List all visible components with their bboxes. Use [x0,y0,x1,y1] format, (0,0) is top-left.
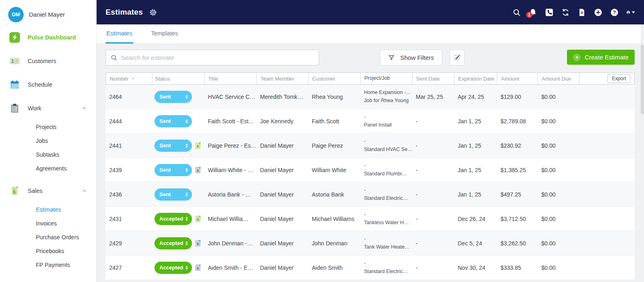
status-select[interactable]: Accepted [154,262,192,274]
sidebar-item-subtasks[interactable]: Subtasks [0,148,96,162]
table-body: 2464 Sent HVAC Service C… Meredith Tomk…… [106,85,635,280]
status-select[interactable]: Sent [154,91,192,103]
status-label: Accepted [159,240,183,246]
search-input[interactable] [121,54,314,61]
show-filters-button[interactable]: Show Filters [380,50,442,66]
sidebar-item-label: Pulse Dashboard [28,34,76,41]
settings-gear-icon[interactable] [149,8,157,17]
sidebar-item-agreements[interactable]: Agreements [0,162,96,175]
documents-icon[interactable] [578,8,586,17]
sidebar-item-jobs[interactable]: Jobs [0,134,96,148]
table-row[interactable]: 2427 Accepted Aiden Smith - E… Daniel Ma… [106,256,635,280]
svg-text:?: ? [613,9,616,15]
sidebar-item-pricebooks[interactable]: Pricebooks [0,244,96,258]
amount: $333.85 [497,265,538,271]
create-estimate-button[interactable]: + Create Estimate [567,50,635,65]
table-row[interactable]: 2429 Accepted John Denman -… Daniel Maye… [106,231,635,256]
sidebar-group-work[interactable]: Work [0,96,96,120]
status-select[interactable]: Sent [154,164,192,176]
column-header-actions: Export [580,73,634,84]
content-area: Show Filters + Create Estimate Number ▼ … [97,44,644,282]
top-bar: Estimates 1 ? [97,0,644,24]
sidebar-item-purchase-orders[interactable]: Purchase Orders [0,230,96,244]
sales-receipt-icon: $ [9,186,20,196]
sidebar-group-label: Sales [28,188,42,194]
tab-estimates[interactable]: Estimates [106,24,133,44]
sent-date: - [412,216,454,222]
status-select[interactable]: Accepted [154,213,192,225]
table-row[interactable]: 2464 Sent HVAC Service C… Meredith Tomk…… [106,85,635,109]
contact-card-icon [9,56,20,66]
status-label: Sent [159,191,171,197]
sent-date: - [412,240,454,247]
amount: $1,385.25 [497,167,538,173]
sidebar-item-customers[interactable]: Customers [0,49,96,73]
user-profile[interactable]: DM Daniel Mayer [0,0,96,24]
team-member: Daniel Mayer [256,142,308,149]
status-select[interactable]: Sent [154,115,192,127]
sidebar-item-fp-payments[interactable]: FP Payments [0,258,96,272]
status-select[interactable]: Sent [154,188,192,201]
status-select[interactable]: Sent [154,140,192,152]
column-header-amount[interactable]: Amount [497,73,538,84]
amount-due: $0.00 [538,191,579,198]
column-header-expiration-date[interactable]: Expiration Date [454,73,497,84]
team-member: Meredith Tomk… [256,94,308,100]
tabs-bar: Estimates Templates [97,24,644,44]
sidebar-item-schedule[interactable]: Schedule [0,73,96,96]
sidebar-item-invoices[interactable]: Invoices [0,216,96,230]
sent-date: Mar 25, 25 [412,94,454,100]
table-row[interactable]: 2436 Sent Astoria Bank - … Daniel Mayer … [106,182,635,207]
amount-due: $0.00 [538,167,579,173]
expiration-date: Jan 1, 25 [454,191,497,198]
column-header-customer[interactable]: Customer [309,73,361,84]
help-icon[interactable]: ? [610,8,619,17]
estimate-number: 2431 [106,216,152,222]
notifications-bell-icon[interactable]: 1 [529,8,537,17]
tab-templates[interactable]: Templates [150,24,179,44]
table-row[interactable]: 2444 Sent Faith Scott - Est… Joe Kennedy… [106,109,635,133]
team-member: Daniel Mayer [256,191,308,198]
edit-columns-button[interactable] [450,50,465,66]
sent-date: - [412,167,454,173]
column-header-sent-date[interactable]: Sent Date [412,73,454,84]
table-row[interactable]: 2439 Sent William White - … Daniel Mayer… [106,158,635,182]
search-icon[interactable] [512,8,521,17]
column-header-status[interactable]: Status [152,73,205,84]
show-filters-label: Show Filters [400,54,434,61]
calendar-icon [9,79,20,90]
search-box [106,50,319,66]
estimate-title: Michael Willia… [204,216,256,222]
table-row[interactable]: 2431 Accepted Michael Willia… Daniel May… [106,207,635,231]
column-header-number[interactable]: Number ▼ [106,73,152,84]
column-header-team-member[interactable]: Team Member [257,73,309,84]
account-menu-icon[interactable] [626,8,635,17]
table-row[interactable]: 2441 Sent Paige Perez - Es… Daniel Mayer… [106,133,635,158]
phone-icon[interactable] [545,8,554,17]
project-job: -Standard Plumbi… [360,162,412,178]
user-name: Daniel Mayer [29,11,65,18]
sidebar-group-sales[interactable]: $ Sales [0,179,96,203]
sidebar: DM Daniel Mayer Pulse Dashboard Customer… [0,0,97,282]
sidebar-item-estimates[interactable]: Estimates [0,203,96,216]
linked-document-icon [195,240,201,247]
column-header-project-job[interactable]: Project/Job [361,73,412,84]
sidebar-item-pulse-dashboard[interactable]: Pulse Dashboard [0,26,96,49]
expiration-date: Dec 5, 24 [454,240,497,247]
sidebar-item-projects[interactable]: Projects [0,120,96,134]
customer: William White [308,167,360,173]
project-job: -Panel Install [360,113,412,129]
scrollbar-thumb[interactable] [641,45,644,114]
column-header-title[interactable]: Title [205,73,257,84]
estimate-title: HVAC Service C… [204,94,256,100]
sync-icon[interactable] [561,8,570,17]
create-estimate-label: Create Estimate [584,54,629,61]
status-select[interactable]: Accepted [154,237,192,249]
vertical-scrollbar[interactable] [641,24,644,282]
add-plus-icon[interactable] [594,8,602,17]
notification-badge: 1 [526,12,532,18]
export-button[interactable]: Export [607,74,631,83]
customer: John Denman [308,240,360,247]
column-header-amount-due[interactable]: Amount Due [538,73,580,84]
expiration-date: Jan 1, 25 [454,142,497,149]
